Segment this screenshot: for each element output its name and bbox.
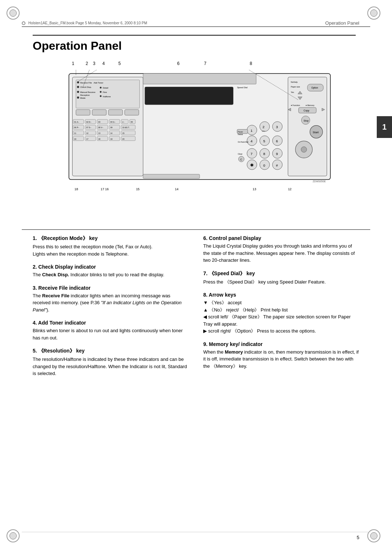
svg-text:Yes: Yes	[291, 91, 294, 93]
svg-text:07  S~: 07 S~	[86, 126, 91, 129]
svg-point-119	[301, 147, 307, 152]
svg-text:14: 14	[110, 132, 113, 134]
svg-text:05: 05	[131, 121, 133, 123]
svg-text:Paper size: Paper size	[291, 86, 300, 88]
section-5: 5. 《Resolution》 key The resolution/Halft…	[33, 348, 189, 377]
page-number: 5	[357, 535, 359, 540]
header-dot	[22, 21, 25, 25]
section-8-body: ▼ 《Yes》 accept ▲ 《No》 reject/ 《Help》 Pri…	[203, 299, 359, 335]
svg-text:06  P~: 06 P~	[74, 126, 79, 129]
section-9-title: 9. Memory key/ indicator	[203, 341, 359, 347]
svg-text:6: 6	[276, 139, 278, 143]
svg-rect-19	[76, 110, 90, 115]
section-9-body: When the Memory indicator is on, then me…	[203, 349, 359, 370]
svg-text:Reception: Reception	[80, 94, 90, 96]
svg-text:Fine: Fine	[103, 91, 107, 93]
svg-text:08  V~: 08 V~	[98, 126, 103, 129]
svg-text:1: 1	[250, 129, 252, 133]
svg-text:7: 7	[250, 152, 252, 156]
svg-text:01  A~: 01 A~	[74, 121, 79, 123]
num-label-4: 4	[102, 61, 105, 66]
section-2-body: The Check Disp. Indicator blinks to tell…	[33, 271, 189, 278]
section-3-title: 3. Receive File indicator	[33, 285, 189, 291]
svg-point-13	[100, 91, 102, 93]
svg-text:2: 2	[262, 125, 264, 129]
svg-point-15	[77, 97, 79, 99]
svg-text:10 &S.T.: 10 &S.T.	[122, 126, 130, 129]
svg-text:15: 15	[122, 132, 124, 134]
svg-text:✱: ✱	[250, 163, 254, 167]
fax-diagram: Receive File Add Toner Check Disp. Detai…	[65, 68, 334, 199]
content-area: 1. 《Reception Mode》 key Press this to se…	[33, 235, 359, 384]
svg-text:20: 20	[122, 138, 124, 140]
page-container: Holsten1AE_Basic_FM.book Page 5 Monday, …	[0, 0, 392, 554]
svg-text:Copy: Copy	[303, 109, 309, 112]
svg-text:Stop: Stop	[303, 119, 309, 122]
section-3: 3. Receive File indicator The Receive Fi…	[33, 285, 189, 314]
svg-text:5: 5	[263, 139, 265, 143]
svg-text:03: 03	[98, 121, 101, 123]
svg-point-6	[77, 86, 79, 88]
svg-text:● Function: ● Function	[291, 104, 300, 106]
svg-text:11: 11	[74, 132, 76, 134]
diagram-container: 1 2 3 4 5 6 7 8 Receive File	[33, 61, 356, 221]
section-8: 8. Arrow keys ▼ 《Yes》 accept ▲ 《No》 reje…	[203, 292, 359, 335]
svg-text:15: 15	[136, 187, 140, 191]
right-column: 6. Control panel Display The Liquid Crys…	[203, 235, 359, 384]
section-1: 1. 《Reception Mode》 key Press this to se…	[33, 235, 189, 257]
svg-text:No/help: No/help	[291, 81, 297, 83]
section-9: 9. Memory key/ indicator When the Memory…	[203, 341, 359, 370]
section-6-title: 6. Control panel Display	[203, 235, 359, 241]
chapter-tab: 1	[377, 116, 392, 138]
svg-text:19: 19	[110, 138, 113, 140]
section-7: 7. 《Speed Dial》 key Press the 《Speed Dia…	[203, 270, 359, 286]
svg-text:On Hook Dial: On Hook Dial	[238, 141, 248, 143]
svg-text:02  D~: 02 D~	[86, 121, 91, 123]
svg-text:12: 12	[288, 187, 291, 191]
svg-text:8: 8	[263, 152, 265, 156]
section-7-body: Press the 《Speed Dial》 key using Speed D…	[203, 278, 359, 286]
svg-text:0: 0	[263, 163, 265, 167]
section-5-title: 5. 《Resolution》 key	[33, 348, 189, 354]
svg-rect-21	[109, 110, 123, 115]
svg-text:Check Disp.: Check Disp.	[80, 86, 92, 88]
chapter-number: 1	[382, 122, 387, 132]
num-label-1: 1	[72, 61, 74, 66]
section-8-title: 8. Arrow keys	[203, 292, 359, 298]
fax-diagram-svg: Receive File Add Toner Check Disp. Detai…	[65, 68, 334, 199]
left-column: 1. 《Reception Mode》 key Press this to se…	[33, 235, 189, 384]
section-1-body: Press this to select the reception mode …	[33, 243, 189, 257]
svg-text:Manual Receive: Manual Receive	[80, 91, 95, 93]
svg-point-8	[100, 87, 102, 89]
svg-rect-20	[92, 110, 106, 115]
bottom-rule	[22, 532, 370, 532]
num-label-8: 8	[250, 61, 252, 66]
svg-rect-120	[143, 174, 200, 179]
svg-point-17	[100, 95, 102, 97]
svg-text:12: 12	[86, 132, 88, 134]
svg-text:Mode: Mode	[80, 97, 86, 99]
num-label-3: 3	[93, 61, 95, 66]
svg-text:Halftone: Halftone	[103, 95, 111, 98]
num-label-2: 2	[86, 61, 88, 66]
svg-text:ZDWS050E: ZDWS050E	[313, 180, 326, 183]
svg-text:Add Toner: Add Toner	[94, 82, 103, 84]
diagram-top-labels: 1 2 3 4 5 6 7 8	[65, 61, 334, 69]
svg-text:18: 18	[74, 187, 78, 191]
svg-text:Receive File: Receive File	[80, 82, 92, 84]
svg-rect-65	[143, 73, 256, 84]
svg-text:18: 18	[98, 138, 101, 140]
svg-text:Clear: Clear	[238, 153, 242, 155]
svg-text:04  G~: 04 G~	[110, 121, 116, 123]
section-2: 2. Check Display indicator The Check Dis…	[33, 264, 189, 278]
svg-text:C: C	[240, 158, 242, 161]
svg-text:16: 16	[74, 138, 76, 140]
num-label-6: 6	[177, 61, 180, 66]
svg-text:17 16: 17 16	[101, 187, 109, 191]
svg-text:Start: Start	[313, 131, 319, 134]
section-4-title: 4. Add Toner indicator	[33, 320, 189, 326]
svg-text:4: 4	[250, 139, 253, 143]
section-1-title: 1. 《Reception Mode》 key	[33, 235, 189, 242]
svg-text:Redial: Redial	[238, 134, 243, 135]
svg-text:Speed Dial: Speed Dial	[237, 86, 248, 89]
